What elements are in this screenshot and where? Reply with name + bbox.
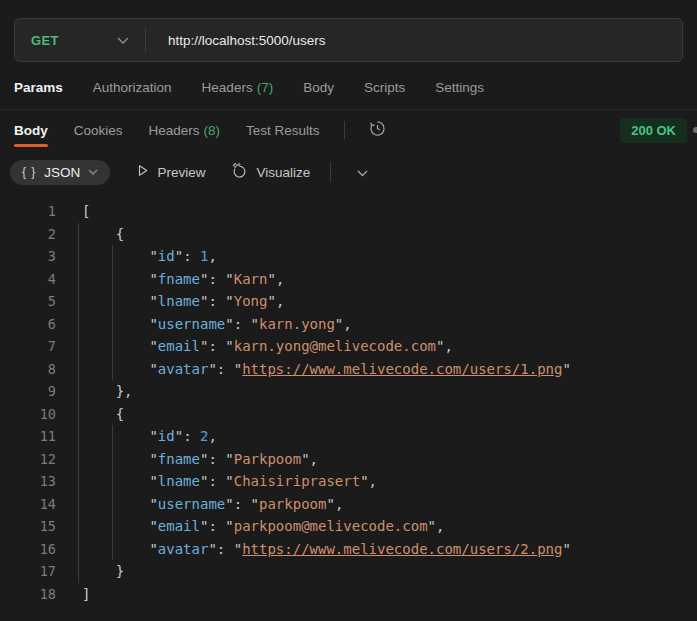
- tab-params[interactable]: Params: [14, 80, 63, 95]
- preview-label: Preview: [157, 165, 205, 180]
- json-key: username: [158, 496, 225, 512]
- indent-guide: [78, 290, 79, 313]
- json-string: Yong: [234, 293, 268, 309]
- preview-button[interactable]: Preview: [136, 164, 205, 180]
- json-punctuation: ": [208, 541, 216, 557]
- tab-authorization[interactable]: Authorization: [93, 80, 172, 95]
- line-number: 16: [0, 538, 56, 561]
- indent-guide: [112, 313, 113, 336]
- json-key: avatar: [158, 361, 209, 377]
- json-punctuation: ,: [276, 293, 284, 309]
- code-line: 8"avatar": "https://www.melivecode.com/u…: [0, 358, 697, 381]
- tab-label: Headers: [202, 80, 253, 95]
- indent-guide: [78, 493, 79, 516]
- response-tab-cookies[interactable]: Cookies: [74, 114, 123, 147]
- tab-label: Params: [14, 80, 63, 95]
- json-link[interactable]: https://www.melivecode.com/users/2.png: [242, 541, 562, 557]
- indent-guide: [112, 515, 113, 538]
- indent-guide: [78, 425, 79, 448]
- json-punctuation: ": [251, 496, 259, 512]
- code-line: 10{: [0, 403, 697, 426]
- tab-headers[interactable]: Headers (7): [202, 80, 274, 95]
- indent-guide: [78, 448, 79, 471]
- json-punctuation: ": [225, 496, 233, 512]
- code-line-content: "id": 1,: [82, 245, 217, 268]
- line-number: 7: [0, 335, 56, 358]
- json-punctuation: ": [149, 271, 157, 287]
- json-punctuation: ": [175, 428, 183, 444]
- visualize-label: Visualize: [256, 165, 310, 180]
- json-punctuation: ": [428, 518, 436, 534]
- json-punctuation: ": [149, 541, 157, 557]
- play-outline-icon: [136, 164, 149, 180]
- json-key: email: [158, 338, 200, 354]
- response-toolbar: { } JSON Preview Visualize: [0, 150, 697, 196]
- tab-body[interactable]: Body: [303, 80, 334, 95]
- tab-settings[interactable]: Settings: [435, 80, 484, 95]
- json-punctuation: ,: [343, 316, 351, 332]
- json-key: id: [158, 248, 175, 264]
- json-punctuation: ": [149, 473, 157, 489]
- indent-guide: [112, 245, 113, 268]
- indent-guide: [78, 223, 79, 246]
- tab-label: Body: [14, 123, 48, 138]
- code-line-content: "avatar": "https://www.melivecode.com/us…: [82, 538, 571, 561]
- tab-label: Test Results: [246, 123, 320, 138]
- tab-label: Cookies: [74, 123, 123, 138]
- tab-label: Scripts: [364, 80, 405, 95]
- line-number: 13: [0, 470, 56, 493]
- json-punctuation: ,: [208, 428, 216, 444]
- magic-sparkle-icon: [231, 162, 248, 182]
- json-punctuation: :: [208, 338, 225, 354]
- json-punctuation: ,: [335, 496, 343, 512]
- json-punctuation: ": [149, 338, 157, 354]
- method-selector[interactable]: GET: [15, 19, 145, 61]
- code-line: 9},: [0, 380, 697, 403]
- tab-count: (7): [257, 80, 274, 95]
- json-punctuation: ": [225, 451, 233, 467]
- json-punctuation: ": [225, 316, 233, 332]
- format-selector[interactable]: { } JSON: [10, 160, 110, 185]
- json-string: Karn: [234, 271, 268, 287]
- code-line: 2{: [0, 223, 697, 246]
- json-key: fname: [158, 271, 200, 287]
- line-number: 10: [0, 403, 56, 426]
- response-tab-body[interactable]: Body: [14, 114, 48, 147]
- response-history-button[interactable]: [369, 120, 386, 140]
- json-key: email: [158, 518, 200, 534]
- indent-guide: [78, 335, 79, 358]
- tab-scripts[interactable]: Scripts: [364, 80, 405, 95]
- response-body-json[interactable]: 1[2{3"id": 1,4"fname": "Karn",5"lname": …: [0, 196, 697, 605]
- json-link[interactable]: https://www.melivecode.com/users/1.png: [242, 361, 562, 377]
- visualize-button[interactable]: Visualize: [231, 162, 310, 182]
- json-punctuation: ": [149, 293, 157, 309]
- json-key: lname: [158, 293, 200, 309]
- response-tab-headers[interactable]: Headers (8): [149, 114, 221, 147]
- response-tabs: Body Cookies Headers (8) Test Results: [14, 114, 620, 147]
- indent-guide: [112, 358, 113, 381]
- url-input[interactable]: http://localhost:5000/users: [146, 33, 682, 48]
- indent-guide: [78, 538, 79, 561]
- code-line-content: }: [82, 560, 124, 583]
- json-punctuation: ,: [208, 248, 216, 264]
- code-lines: 1[2{3"id": 1,4"fname": "Karn",5"lname": …: [0, 200, 697, 605]
- json-punctuation: ": [225, 293, 233, 309]
- code-line-content: "lname": "Chaisiriprasert",: [82, 470, 377, 493]
- chevron-down-icon: [357, 165, 368, 180]
- code-line-content: {: [82, 223, 124, 246]
- indent-guide: [78, 245, 79, 268]
- indent-guide: [112, 335, 113, 358]
- code-line-content: "fname": "Parkpoom",: [82, 448, 318, 471]
- status-badge[interactable]: 200 OK: [620, 118, 687, 143]
- code-line: 5"lname": "Yong",: [0, 290, 697, 313]
- line-number: 3: [0, 245, 56, 268]
- code-line: 6"username": "karn.yong",: [0, 313, 697, 336]
- json-punctuation: {: [116, 226, 124, 242]
- json-punctuation: ": [225, 473, 233, 489]
- response-tab-test-results[interactable]: Test Results: [246, 114, 320, 147]
- more-options-button[interactable]: [357, 165, 368, 180]
- json-punctuation: ": [267, 293, 275, 309]
- response-header: Body Cookies Headers (8) Test Results: [0, 110, 697, 150]
- code-line: 3"id": 1,: [0, 245, 697, 268]
- line-number: 2: [0, 223, 56, 246]
